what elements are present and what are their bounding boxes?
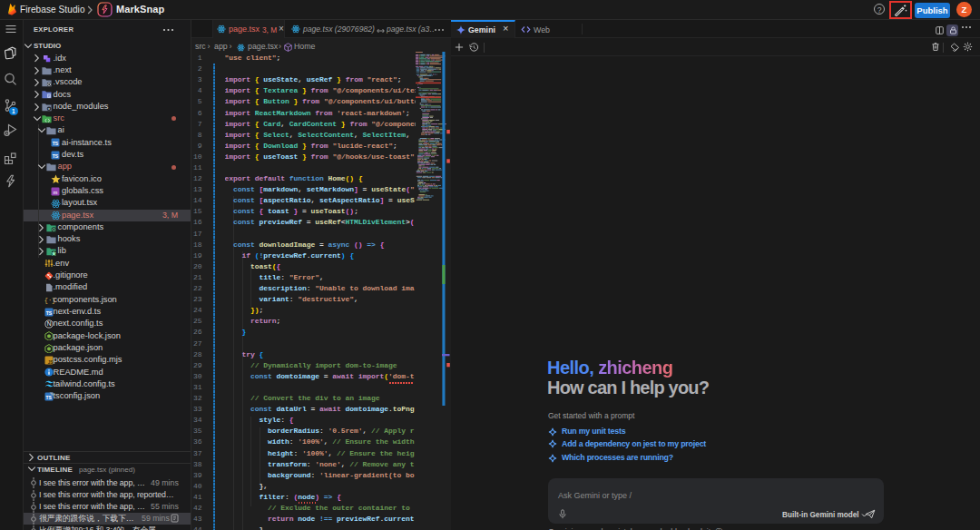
svg-text:★: ★ — [50, 250, 55, 256]
svg-text:TS: TS — [52, 141, 58, 146]
svg-text:N: N — [47, 320, 52, 327]
svg-text:TS: TS — [45, 395, 52, 400]
svg-text:TS: TS — [46, 309, 53, 315]
svg-text:TS: TS — [52, 152, 58, 158]
svg-text:m: m — [53, 189, 57, 194]
